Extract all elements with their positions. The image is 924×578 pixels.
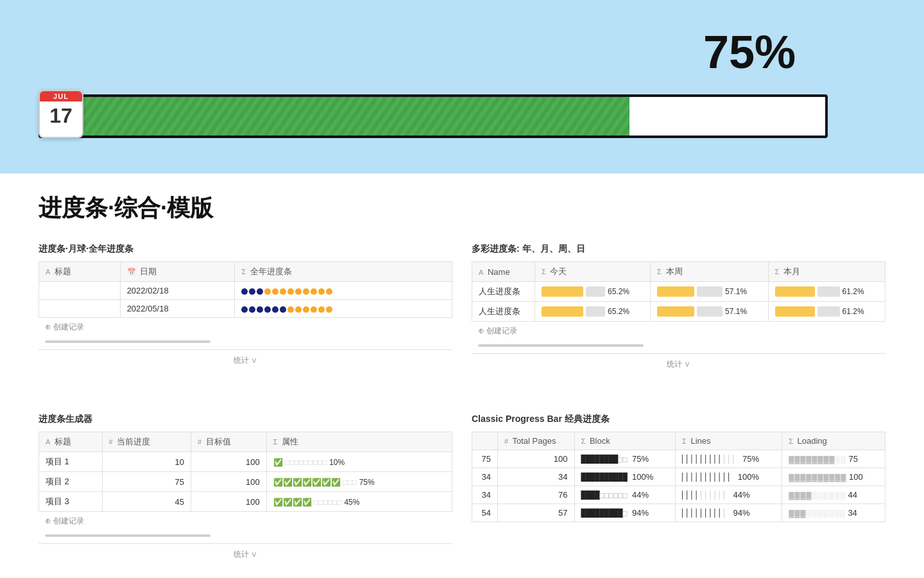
cell-block: ██████████ 100% [574,468,676,486]
cell-date: 2022/02/18 [120,282,235,300]
banner: 75% JUL 17 [0,0,924,173]
table-row: 人生进度条 65.2% 57.1 [472,302,886,322]
table-row: 项目 1 10 100 ✅ □□□□□□□□□ 10% [39,452,452,472]
cell-month: 61.2% [768,302,885,322]
col-week: Σ 本周 [651,262,769,282]
table-row: 项目 3 45 100 ✅✅✅✅ □□□□□□ 45% [39,492,452,512]
right-top-section: 多彩进度条: 年、月、周、日 A Name Σ 今天 Σ 本周 Σ 本月 人生进… [472,243,886,375]
right-top-table: A Name Σ 今天 Σ 本周 Σ 本月 人生进度条 65.2% [472,261,886,322]
cell-bar: ✅✅✅✅✅✅✅ □□□ 75% [266,472,452,492]
col-id [472,432,498,450]
cell-month: 61.2% [768,282,885,302]
cell-loading: ▓▓▓░░░░░░░ 34 [782,504,886,522]
col-target: # 目标值 [191,432,267,452]
cell-loading: ▓▓▓▓▓▓▓▓░░ 75 [782,450,886,468]
stats-button[interactable]: 统计 ∨ [38,349,452,371]
cell-progress [235,300,452,318]
cell-week: 57.1% [651,282,769,302]
table-row: 2022/05/18 [39,300,452,318]
calendar-day: 17 [40,104,82,128]
cell-title [39,300,121,318]
cell-target: 100 [191,472,267,492]
cell-name: 人生进度条 [472,302,535,322]
col-month: Σ 本月 [768,262,885,282]
stats-button[interactable]: 统计 ∨ [472,353,886,375]
cell-progress [235,282,452,300]
table-row: 人生进度条 65.2% 57.1 [472,282,886,302]
left-top-section: 进度条·月球·全年进度条 A 标题 📅 日期 Σ 全年进度条 2022/02/1… [38,243,452,375]
right-bottom-title: Classic Progress Bar 经典进度条 [472,414,886,425]
cell-current: 75 [102,472,191,492]
table-row: 54 57 █████████□ 94% ▏▏▏▏▏▏▏▏▏▏ 94% [472,504,886,522]
cell-today: 65.2% [535,282,651,302]
col-header-progress: Σ 全年进度条 [235,262,452,282]
cell-name: 项目 3 [39,492,103,512]
cell-date: 2022/05/18 [120,300,235,318]
col-total-pages: # Total Pages [498,432,575,450]
cell-total: 76 [498,486,575,504]
cell-loading: ▓▓▓▓▓▓▓▓▓▓ 100 [782,468,886,486]
left-bottom-section: 进度条生成器 A 标题 # 当前进度 # 目标值 Σ 属性 项目 1 10 10… [38,414,452,565]
table-row: 34 76 ████□□□□□□ 44% ▏▏▏▏▏▏▏▏▏▏ 44% [472,486,886,504]
cell-current: 10 [102,452,191,472]
cell-today: 65.2% [535,302,651,322]
cell-id: 34 [472,468,498,486]
cell-current: 45 [102,492,191,512]
cell-block: █████████□ 94% [574,504,676,522]
cell-title [39,282,121,300]
left-top-title: 进度条·月球·全年进度条 [38,243,452,255]
col-attr: Σ 属性 [266,432,452,452]
cell-lines: ▏▏▏▏▏▏▏▏▏▏▏ 100% [676,468,782,486]
col-header-date: 📅 日期 [120,262,235,282]
cell-loading: ▓▓▓▓░░░░░░ 44 [782,486,886,504]
main-content: 进度条·综合·模版 进度条·月球·全年进度条 A 标题 📅 日期 Σ 全年进度条… [0,173,924,578]
cell-lines: ▏▏▏▏▏▏▏▏▏▏ 44% [676,486,782,504]
cell-total: 57 [498,504,575,522]
cell-target: 100 [191,492,267,512]
cell-name: 项目 1 [39,452,103,472]
table-row: 项目 2 75 100 ✅✅✅✅✅✅✅ □□□ 75% [39,472,452,492]
cell-bar: ✅✅✅✅ □□□□□□ 45% [266,492,452,512]
table-row: 34 34 ██████████ 100% ▏▏▏▏▏▏▏▏▏▏▏ 100% [472,468,886,486]
cell-id: 54 [472,504,498,522]
right-top-title: 多彩进度条: 年、月、周、日 [472,243,886,255]
calendar-month: JUL [40,91,82,101]
col-name: A Name [472,262,535,282]
cell-target: 100 [191,452,267,472]
add-record-button[interactable]: ⊕ 创建记录 [38,318,452,337]
cell-total: 100 [498,450,575,468]
scroll-bar [45,534,210,537]
scroll-bar [478,344,644,347]
stats-button[interactable]: 统计 ∨ [38,543,452,565]
content-grid: 进度条·月球·全年进度条 A 标题 📅 日期 Σ 全年进度条 2022/02/1… [38,243,886,578]
col-today: Σ 今天 [535,262,651,282]
add-record-button[interactable]: ⊕ 创建记录 [38,512,452,530]
col-current: # 当前进度 [102,432,191,452]
right-bottom-table: # Total Pages Σ Block Σ Lines Σ Loading … [472,432,886,522]
left-bottom-table: A 标题 # 当前进度 # 目标值 Σ 属性 项目 1 10 100 ✅ □□□… [38,432,452,512]
col-lines: Σ Lines [676,432,782,450]
cell-lines: ▏▏▏▏▏▏▏▏▏▏ 94% [676,504,782,522]
table-row: 2022/02/18 [39,282,452,300]
cell-bar: ✅ □□□□□□□□□ 10% [266,452,452,472]
calendar-icon: JUL 17 [38,90,83,138]
add-record-button[interactable]: ⊕ 创建记录 [472,322,886,340]
cell-name: 人生进度条 [472,282,535,302]
right-bottom-section: Classic Progress Bar 经典进度条 # Total Pages… [472,414,886,565]
scroll-bar [45,340,210,343]
cell-total: 34 [498,468,575,486]
cell-block: ████□□□□□□ 44% [574,486,676,504]
col-header-title: A 标题 [39,262,121,282]
cell-name: 项目 2 [39,472,103,492]
col-title: A 标题 [39,432,103,452]
cell-block: ████████□□ 75% [574,450,676,468]
left-bottom-title: 进度条生成器 [38,414,452,425]
cell-week: 57.1% [651,302,769,322]
col-loading: Σ Loading [782,432,886,450]
page-title: 进度条·综合·模版 [38,193,886,224]
left-top-table: A 标题 📅 日期 Σ 全年进度条 2022/02/18 [38,261,452,318]
cell-id: 75 [472,450,498,468]
cell-id: 34 [472,486,498,504]
col-block: Σ Block [574,432,676,450]
table-row: 75 100 ████████□□ 75% ▏▏▏▏▏▏▏▏▏▏▏▏ 75% [472,450,886,468]
